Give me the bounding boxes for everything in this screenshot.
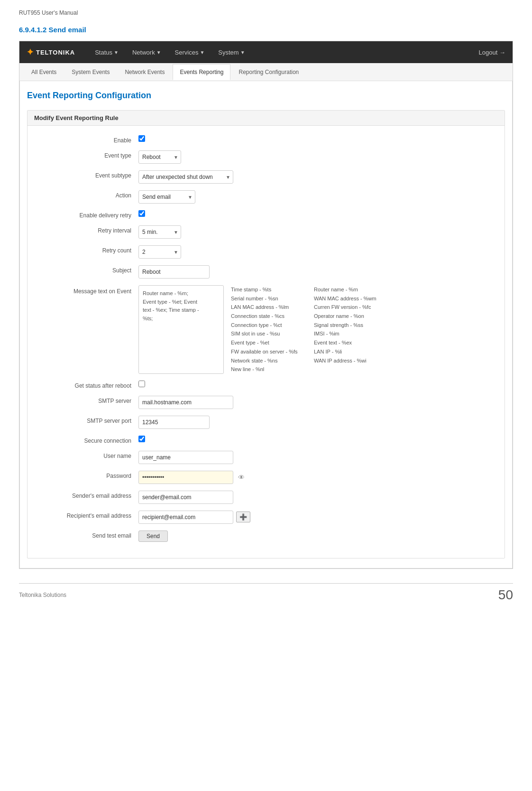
event-type-select[interactable]: Reboot [138, 150, 181, 164]
show-password-button[interactable]: 👁 [236, 474, 247, 481]
get-status-wrap [138, 381, 498, 387]
action-wrap: Send email ▼ [138, 190, 498, 204]
enable-checkbox[interactable] [138, 135, 145, 142]
logo-icon: ✦ [27, 47, 34, 57]
row-retry-interval: Retry interval 5 min. ▼ [34, 225, 498, 239]
get-status-label: Get status after reboot [34, 381, 138, 389]
message-wrap: Router name - %rn;Event type - %et; Even… [138, 285, 498, 374]
row-message: Message text on Event Router name - %rn;… [34, 285, 498, 374]
form-card: Modify Event Reporting Rule Enable Event… [27, 110, 505, 558]
retry-count-select-wrap: 2 ▼ [138, 245, 181, 259]
event-subtype-label: Event subtype [34, 170, 138, 179]
row-username: User name [34, 451, 498, 464]
event-subtype-select-wrap: After unexpected shut down ▼ [138, 170, 233, 184]
brand-text: TELTONIKA [36, 49, 75, 56]
content-area: Event Reporting Configuration Modify Eve… [19, 81, 513, 568]
smtp-server-label: SMTP server [34, 396, 138, 404]
username-label: User name [34, 451, 138, 459]
send-test-label: Send test email [34, 530, 138, 539]
tab-network-events[interactable]: Network Events [118, 64, 172, 80]
tab-bar: All Events System Events Network Events … [19, 63, 513, 81]
row-password: Password 👁 [34, 471, 498, 484]
nav-network-arrow: ▼ [156, 50, 161, 55]
nav-status-arrow: ▼ [114, 50, 119, 55]
action-select[interactable]: Send email [138, 190, 195, 204]
smtp-port-label: SMTP server port [34, 416, 138, 424]
nav-system-label: System [218, 49, 238, 56]
row-get-status: Get status after reboot [34, 381, 498, 389]
message-box[interactable]: Router name - %rn;Event type - %et; Even… [138, 285, 224, 374]
password-wrap: 👁 [138, 471, 498, 484]
password-input[interactable] [138, 471, 233, 484]
footer: Teltonika Solutions 50 [19, 583, 513, 603]
delivery-retry-checkbox[interactable] [138, 210, 145, 217]
tab-events-reporting[interactable]: Events Reporting [173, 64, 230, 80]
username-wrap [138, 451, 498, 464]
section-heading: 6.9.4.1.2 Send email [19, 26, 513, 34]
nav-services[interactable]: Services ▼ [169, 47, 211, 58]
smtp-server-input[interactable] [138, 396, 233, 409]
password-label: Password [34, 471, 138, 479]
event-type-label: Event type [34, 150, 138, 159]
enable-label: Enable [34, 135, 138, 144]
send-button[interactable]: Send [138, 530, 168, 542]
add-recipient-button[interactable]: ➕ [236, 512, 250, 522]
row-action: Action Send email ▼ [34, 190, 498, 204]
hint-col1: Time stamp - %ts Serial number - %sn LAN… [231, 285, 307, 374]
nav-system[interactable]: System ▼ [212, 47, 250, 58]
card-body: Enable Event type Reboot [28, 126, 504, 558]
nav-system-arrow: ▼ [240, 50, 245, 55]
row-subject: Subject [34, 265, 498, 279]
footer-company: Teltonika Solutions [19, 592, 66, 598]
delivery-retry-label: Enable delivery retry [34, 210, 138, 219]
row-delivery-retry: Enable delivery retry [34, 210, 498, 219]
retry-count-select[interactable]: 2 [138, 245, 181, 259]
retry-interval-select[interactable]: 5 min. [138, 225, 181, 239]
get-status-checkbox[interactable] [138, 381, 145, 387]
row-recipient: Recipient's email address ➕ [34, 511, 498, 524]
smtp-port-input[interactable] [138, 416, 210, 429]
subject-wrap [138, 265, 498, 279]
recipient-input[interactable] [138, 511, 233, 524]
event-subtype-wrap: After unexpected shut down ▼ [138, 170, 498, 184]
event-type-wrap: Reboot ▼ [138, 150, 498, 164]
nav-status[interactable]: Status ▼ [89, 47, 124, 58]
sender-wrap [138, 491, 498, 504]
tab-system-events[interactable]: System Events [64, 64, 117, 80]
row-secure-conn: Secure connection [34, 436, 498, 444]
recipient-label: Recipient's email address [34, 511, 138, 519]
action-select-wrap: Send email ▼ [138, 190, 195, 204]
secure-conn-label: Secure connection [34, 436, 138, 444]
row-smtp-server: SMTP server [34, 396, 498, 409]
doc-title: RUT955 User's Manual [19, 9, 513, 16]
row-sender: Sender's email address [34, 491, 498, 504]
smtp-server-wrap [138, 396, 498, 409]
nav-services-label: Services [175, 49, 199, 56]
tab-all-events[interactable]: All Events [24, 64, 64, 80]
recipient-wrap: ➕ [138, 511, 498, 524]
navbar: ✦ TELTONIKA Status ▼ Network ▼ Services … [19, 41, 513, 63]
row-smtp-port: SMTP server port [34, 416, 498, 429]
username-input[interactable] [138, 451, 233, 464]
retry-interval-wrap: 5 min. ▼ [138, 225, 498, 239]
action-label: Action [34, 190, 138, 199]
subject-label: Subject [34, 265, 138, 274]
tab-reporting-config[interactable]: Reporting Configuration [231, 64, 306, 80]
event-subtype-select[interactable]: After unexpected shut down [138, 170, 233, 184]
event-type-select-wrap: Reboot ▼ [138, 150, 181, 164]
delivery-retry-wrap [138, 210, 498, 217]
card-header: Modify Event Reporting Rule [28, 111, 504, 126]
secure-conn-checkbox[interactable] [138, 436, 145, 442]
sender-label: Sender's email address [34, 491, 138, 499]
nav-network-label: Network [132, 49, 155, 56]
retry-interval-label: Retry interval [34, 225, 138, 234]
nav-network[interactable]: Network ▼ [127, 47, 167, 58]
subject-input[interactable] [138, 265, 210, 279]
nav-services-arrow: ▼ [200, 50, 204, 55]
logout-button[interactable]: Logout → [479, 49, 505, 56]
retry-interval-select-wrap: 5 min. ▼ [138, 225, 181, 239]
sender-input[interactable] [138, 491, 233, 504]
hint-col2: Router name - %rn WAN MAC address - %wm … [314, 285, 394, 374]
row-enable: Enable [34, 135, 498, 144]
footer-page: 50 [498, 587, 513, 603]
